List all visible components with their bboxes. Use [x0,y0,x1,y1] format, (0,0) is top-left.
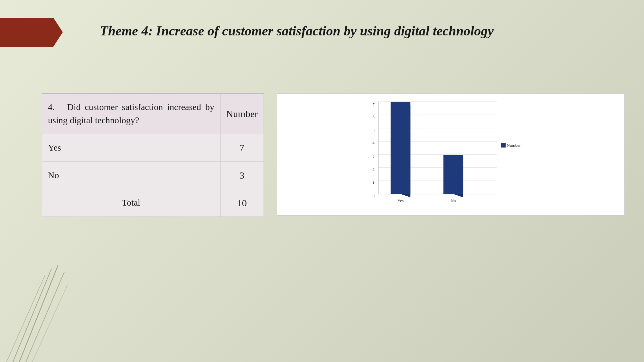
table-row: No 3 [42,162,264,189]
y-label-0: 0 [372,193,375,198]
number-header: Number [220,94,264,134]
chart-svg: 0 1 2 3 4 5 6 7 [282,100,615,209]
yes-label: Yes [42,134,220,162]
content-area: 4. Did customer satisfaction increased b… [42,93,625,217]
red-arrow-decoration [0,18,63,47]
bar-chart: 0 1 2 3 4 5 6 7 [277,93,625,216]
y-label-2: 2 [372,167,375,172]
question-text: Did customer satisfaction increased by u… [48,102,214,125]
y-label-3: 3 [372,154,375,159]
x-label-yes: Yes [397,199,404,203]
survey-table: 4. Did customer satisfaction increased b… [42,93,264,217]
total-row: Total 10 [42,189,264,217]
table-header-row: 4. Did customer satisfaction increased b… [42,94,264,134]
slide-title: Theme 4: Increase of customer satisfacti… [100,22,625,40]
y-label-6: 6 [372,114,375,119]
no-bar-front [443,155,463,194]
y-label-7: 7 [372,102,375,107]
svg-line-3 [32,285,68,362]
question-number-cell: 4. Did customer satisfaction increased b… [42,94,220,134]
y-label-5: 5 [372,127,375,132]
legend-color-box [501,143,506,147]
decorative-lines [0,201,71,362]
x-label-no: No [451,199,456,203]
no-label: No [42,162,220,189]
question-number: 4. [48,102,55,112]
table-row: Yes 7 [42,134,264,162]
yes-value: 7 [220,134,264,162]
y-label-1: 1 [372,180,375,185]
svg-line-4 [6,275,45,362]
total-value: 10 [220,189,264,217]
data-table: 4. Did customer satisfaction increased b… [42,93,264,217]
legend-label: Number [507,143,521,148]
no-value: 3 [220,162,264,189]
total-label: Total [42,189,220,217]
yes-bar-front [391,102,410,194]
y-label-4: 4 [372,141,375,145]
